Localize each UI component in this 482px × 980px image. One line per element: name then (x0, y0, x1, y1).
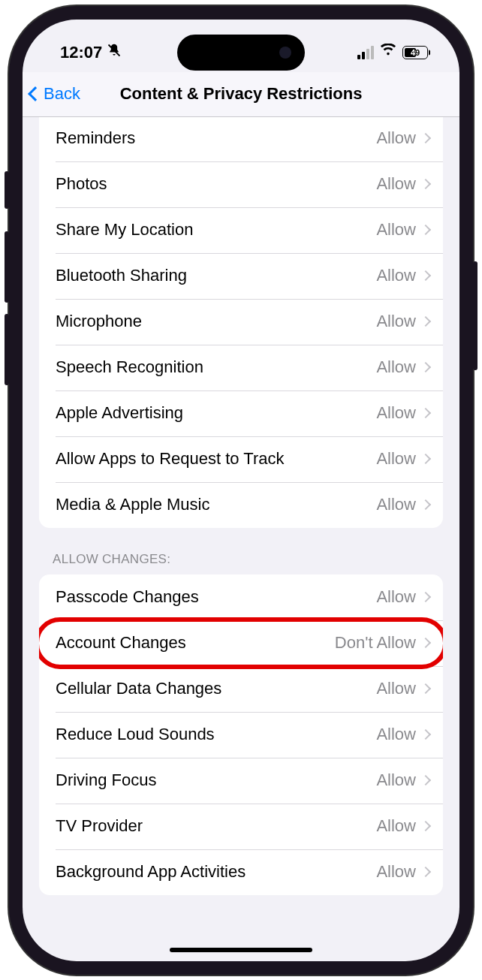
allow-changes-group: Passcode Changes Allow Account Changes D… (39, 574, 443, 895)
chevron-right-icon (420, 729, 431, 740)
row-value: Allow (376, 862, 416, 882)
chevron-right-icon (420, 362, 431, 372)
row-label: Reminders (56, 128, 376, 148)
row-label: Passcode Changes (56, 587, 376, 607)
chevron-right-icon (420, 592, 431, 602)
row-label: TV Provider (56, 816, 376, 836)
row-cellular-data-changes[interactable]: Cellular Data Changes Allow (39, 666, 443, 712)
row-value: Allow (376, 770, 416, 790)
chevron-right-icon (420, 499, 431, 510)
nav-bar: Back Content & Privacy Restrictions (23, 72, 459, 117)
row-photos[interactable]: Photos Allow (39, 161, 443, 207)
status-time: 12:07 (60, 43, 102, 62)
row-background-app-activities[interactable]: Background App Activities Allow (39, 849, 443, 895)
row-speech-recognition[interactable]: Speech Recognition Allow (39, 345, 443, 390)
row-value: Allow (376, 495, 416, 514)
back-label: Back (44, 84, 80, 104)
home-indicator[interactable] (170, 948, 312, 952)
row-label: Bluetooth Sharing (56, 266, 376, 285)
chevron-right-icon (420, 133, 431, 143)
volume-up (5, 231, 9, 303)
row-value: Allow (376, 220, 416, 240)
row-value: Allow (376, 128, 416, 148)
chevron-right-icon (420, 179, 431, 189)
row-share-my-location[interactable]: Share My Location Allow (39, 207, 443, 253)
row-value: Allow (376, 679, 416, 698)
row-label: Background App Activities (56, 862, 376, 882)
row-passcode-changes[interactable]: Passcode Changes Allow (39, 574, 443, 620)
wifi-icon (380, 44, 396, 61)
battery-icon: 49 (402, 46, 428, 59)
row-label: Driving Focus (56, 770, 376, 790)
chevron-right-icon (420, 867, 431, 877)
chevron-right-icon (420, 821, 431, 831)
chevron-right-icon (420, 270, 431, 281)
silent-icon (107, 43, 122, 62)
chevron-right-icon (420, 454, 431, 464)
row-label: Media & Apple Music (56, 495, 376, 514)
row-value: Allow (376, 266, 416, 285)
chevron-right-icon (420, 316, 431, 327)
row-allow-apps-to-request-to-track[interactable]: Allow Apps to Request to Track Allow (39, 436, 443, 482)
row-value: Allow (376, 449, 416, 469)
dynamic-island (177, 35, 305, 71)
row-reminders[interactable]: Reminders Allow (39, 117, 443, 161)
row-label: Microphone (56, 312, 376, 331)
row-account-changes[interactable]: Account Changes Don't Allow (39, 620, 443, 666)
row-bluetooth-sharing[interactable]: Bluetooth Sharing Allow (39, 253, 443, 299)
row-label: Cellular Data Changes (56, 679, 376, 698)
row-value: Allow (376, 403, 416, 423)
row-driving-focus[interactable]: Driving Focus Allow (39, 758, 443, 804)
chevron-right-icon (420, 225, 431, 235)
content[interactable]: Reminders Allow Photos Allow Share My Lo… (23, 117, 459, 961)
chevron-right-icon (420, 638, 431, 648)
row-label: Speech Recognition (56, 357, 376, 377)
page-title: Content & Privacy Restrictions (32, 84, 450, 104)
chevron-right-icon (420, 683, 431, 694)
mute-switch (5, 171, 9, 209)
row-label: Reduce Loud Sounds (56, 725, 376, 744)
back-button[interactable]: Back (30, 84, 80, 104)
row-media-apple-music[interactable]: Media & Apple Music Allow (39, 482, 443, 528)
volume-down (5, 314, 9, 385)
row-tv-provider[interactable]: TV Provider Allow (39, 804, 443, 849)
row-label: Share My Location (56, 220, 376, 240)
row-microphone[interactable]: Microphone Allow (39, 299, 443, 345)
chevron-left-icon (28, 86, 43, 101)
row-apple-advertising[interactable]: Apple Advertising Allow (39, 390, 443, 436)
section-header-allow-changes: Allow Changes: (23, 552, 459, 574)
row-label: Apple Advertising (56, 403, 376, 423)
row-value: Don't Allow (335, 633, 416, 653)
row-value: Allow (376, 312, 416, 331)
chevron-right-icon (420, 775, 431, 786)
row-value: Allow (376, 725, 416, 744)
row-value: Allow (376, 816, 416, 836)
row-value: Allow (376, 587, 416, 607)
row-value: Allow (376, 174, 416, 194)
phone-frame: 12:07 49 Back Content & P (9, 6, 473, 975)
screen: 12:07 49 Back Content & P (23, 20, 459, 961)
power-button (473, 261, 477, 370)
row-label: Account Changes (56, 633, 335, 653)
row-reduce-loud-sounds[interactable]: Reduce Loud Sounds Allow (39, 712, 443, 758)
row-label: Photos (56, 174, 376, 194)
privacy-group: Reminders Allow Photos Allow Share My Lo… (39, 117, 443, 528)
row-label: Allow Apps to Request to Track (56, 449, 376, 469)
cellular-icon (357, 46, 374, 59)
row-value: Allow (376, 357, 416, 377)
chevron-right-icon (420, 408, 431, 418)
